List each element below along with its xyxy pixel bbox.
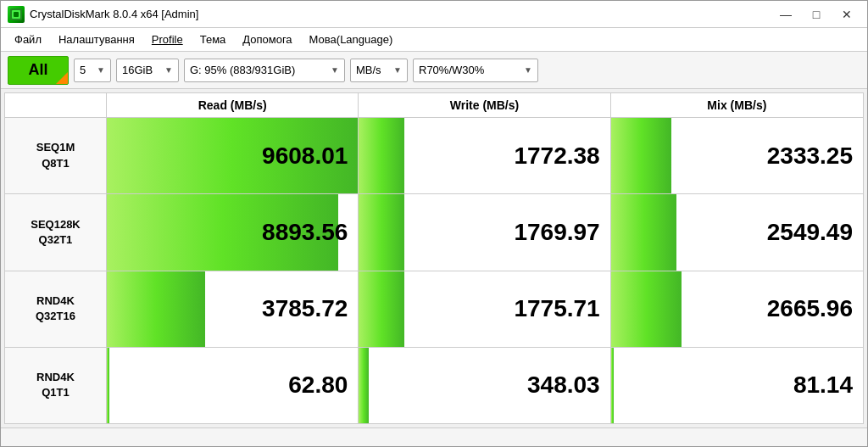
svg-rect-2 <box>14 12 19 17</box>
read-value-0: 9608.01 <box>262 142 348 170</box>
write-value-1: 1769.97 <box>514 219 599 246</box>
header-label <box>5 93 107 117</box>
table-row: RND4KQ1T1 62.80 348.03 81.14 <box>5 348 863 423</box>
read-value-2: 3785.72 <box>262 295 348 322</box>
mix-value-1: 2549.49 <box>767 219 853 246</box>
main-content: Read (MB/s) Write (MB/s) Mix (MB/s) SEQ1… <box>1 89 867 427</box>
app-icon <box>8 6 25 23</box>
close-button[interactable]: ✕ <box>833 5 860 24</box>
header-read: Read (MB/s) <box>107 93 359 117</box>
header-write: Write (MB/s) <box>359 93 610 117</box>
table-body: SEQ1MQ8T1 9608.01 1772.38 2333.25 SEQ128… <box>5 118 863 423</box>
row-read-0: 9608.01 <box>107 118 359 193</box>
title-bar: CrystalDiskMark 8.0.4 x64 [Admin] — □ ✕ <box>1 1 867 28</box>
menu-profile[interactable]: Profile <box>145 31 190 47</box>
read-value-3: 62.80 <box>288 372 348 399</box>
drive-value: G: 95% (883/931GiB) <box>190 64 295 76</box>
menu-file[interactable]: Файл <box>8 31 48 47</box>
minimize-button[interactable]: — <box>772 5 799 24</box>
mix-value-2: 2665.96 <box>767 295 853 322</box>
size-value: 16GiB <box>122 64 153 76</box>
row-read-1: 8893.56 <box>107 194 359 270</box>
size-arrow: ▼ <box>164 65 173 75</box>
header-mix: Mix (MB/s) <box>611 93 863 117</box>
menu-theme[interactable]: Тема <box>193 31 233 47</box>
row-mix-1: 2549.49 <box>611 194 863 270</box>
mix-value-0: 2333.25 <box>767 142 853 170</box>
table-header: Read (MB/s) Write (MB/s) Mix (MB/s) <box>5 93 863 118</box>
toolbar: All 5 ▼ 16GiB ▼ G: 95% (883/931GiB) ▼ MB… <box>1 52 867 89</box>
count-arrow: ▼ <box>97 65 105 75</box>
profile-value: R70%/W30% <box>419 64 484 76</box>
row-mix-3: 81.14 <box>611 348 863 423</box>
menu-help[interactable]: Допомога <box>236 31 298 47</box>
row-write-2: 1775.71 <box>359 271 610 347</box>
write-value-2: 1775.71 <box>514 295 599 322</box>
all-button[interactable]: All <box>8 56 69 85</box>
menu-language[interactable]: Мова(Language) <box>303 31 400 47</box>
row-mix-2: 2665.96 <box>611 271 863 347</box>
row-label-3: RND4KQ1T1 <box>5 348 107 423</box>
title-bar-left: CrystalDiskMark 8.0.4 x64 [Admin] <box>8 6 198 23</box>
size-dropdown[interactable]: 16GiB ▼ <box>116 59 179 82</box>
row-label-1: SEQ128KQ32T1 <box>5 194 107 270</box>
table-row: SEQ128KQ32T1 8893.56 1769.97 2549.49 <box>5 194 863 271</box>
main-window: CrystalDiskMark 8.0.4 x64 [Admin] — □ ✕ … <box>0 0 868 447</box>
mix-value-3: 81.14 <box>793 372 853 399</box>
unit-arrow: ▼ <box>393 65 402 75</box>
row-read-2: 3785.72 <box>107 271 359 347</box>
results-table: Read (MB/s) Write (MB/s) Mix (MB/s) SEQ1… <box>4 92 864 424</box>
window-title: CrystalDiskMark 8.0.4 x64 [Admin] <box>30 8 198 20</box>
menu-bar: Файл Налаштування Profile Тема Допомога … <box>1 28 867 52</box>
table-row: RND4KQ32T16 3785.72 1775.71 2665.96 <box>5 271 863 348</box>
write-value-0: 1772.38 <box>514 142 599 170</box>
read-value-1: 8893.56 <box>262 219 348 246</box>
count-dropdown[interactable]: 5 ▼ <box>74 59 111 82</box>
profile-arrow: ▼ <box>524 65 532 75</box>
row-write-1: 1769.97 <box>359 194 610 270</box>
row-read-3: 62.80 <box>107 348 359 423</box>
row-label-2: RND4KQ32T16 <box>5 271 107 347</box>
row-write-0: 1772.38 <box>359 118 610 193</box>
maximize-button[interactable]: □ <box>803 5 830 24</box>
write-value-3: 348.03 <box>527 372 600 399</box>
count-value: 5 <box>80 64 86 76</box>
unit-value: MB/s <box>356 64 381 76</box>
drive-arrow: ▼ <box>331 65 339 75</box>
unit-dropdown[interactable]: MB/s ▼ <box>350 59 408 82</box>
menu-settings[interactable]: Налаштування <box>52 31 142 47</box>
status-bar <box>1 427 867 446</box>
row-write-3: 348.03 <box>359 348 610 423</box>
profile-dropdown[interactable]: R70%/W30% ▼ <box>413 59 538 82</box>
row-mix-0: 2333.25 <box>611 118 863 193</box>
table-row: SEQ1MQ8T1 9608.01 1772.38 2333.25 <box>5 118 863 194</box>
drive-dropdown[interactable]: G: 95% (883/931GiB) ▼ <box>184 59 345 82</box>
row-label-0: SEQ1MQ8T1 <box>5 118 107 193</box>
title-bar-buttons: — □ ✕ <box>772 5 860 24</box>
